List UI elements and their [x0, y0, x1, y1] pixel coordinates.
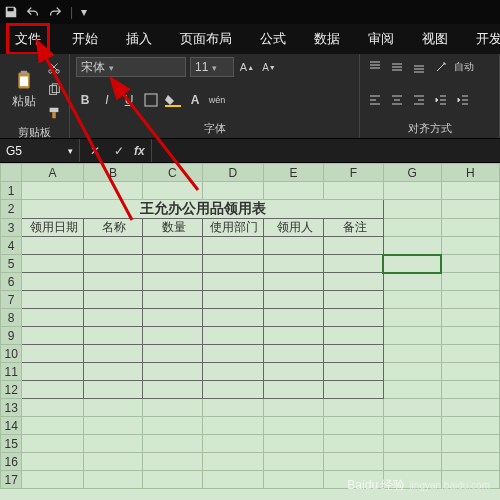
- cell[interactable]: [263, 291, 323, 309]
- indent-inc-icon[interactable]: [454, 90, 472, 110]
- cell[interactable]: [143, 417, 202, 435]
- col-header[interactable]: B: [83, 164, 142, 182]
- orientation-icon[interactable]: [432, 57, 450, 77]
- cell[interactable]: [202, 381, 263, 399]
- cell[interactable]: [22, 453, 83, 471]
- cell[interactable]: [263, 363, 323, 381]
- fx-icon[interactable]: fx: [134, 144, 145, 158]
- cell[interactable]: [263, 417, 323, 435]
- format-painter-icon[interactable]: [45, 103, 63, 123]
- align-bottom-icon[interactable]: [410, 57, 428, 77]
- cell[interactable]: 领用日期: [22, 219, 83, 237]
- name-box[interactable]: G5 ▾: [0, 139, 80, 162]
- menu-file[interactable]: 文件: [6, 23, 50, 55]
- paste-button[interactable]: 粘贴: [6, 70, 41, 110]
- cell[interactable]: [83, 182, 142, 200]
- cell[interactable]: [324, 291, 383, 309]
- col-header[interactable]: C: [143, 164, 202, 182]
- cell[interactable]: [202, 453, 263, 471]
- wrap-text-button[interactable]: 自动: [454, 57, 474, 77]
- cell[interactable]: [83, 435, 142, 453]
- phonetic-icon[interactable]: wén: [208, 90, 226, 110]
- align-right-icon[interactable]: [410, 90, 428, 110]
- cell[interactable]: 王允办公用品领用表: [22, 200, 383, 219]
- font-color-icon[interactable]: A: [186, 90, 204, 110]
- cell[interactable]: 领用人: [263, 219, 323, 237]
- row-header[interactable]: 16: [1, 453, 22, 471]
- cell[interactable]: [202, 345, 263, 363]
- cell[interactable]: [202, 182, 263, 200]
- menu-layout[interactable]: 页面布局: [174, 26, 238, 52]
- cell[interactable]: [143, 399, 202, 417]
- menu-formula[interactable]: 公式: [254, 26, 292, 52]
- col-header[interactable]: A: [22, 164, 83, 182]
- cell[interactable]: [83, 363, 142, 381]
- cell[interactable]: [83, 417, 142, 435]
- align-middle-icon[interactable]: [388, 57, 406, 77]
- cell[interactable]: [324, 381, 383, 399]
- save-icon[interactable]: [4, 5, 18, 19]
- copy-icon[interactable]: [45, 80, 63, 100]
- cell[interactable]: [143, 453, 202, 471]
- cell[interactable]: [83, 345, 142, 363]
- cell[interactable]: [324, 345, 383, 363]
- font-family-select[interactable]: 宋体: [76, 57, 186, 77]
- cell[interactable]: [202, 273, 263, 291]
- cancel-fx-icon[interactable]: ✕: [86, 141, 104, 161]
- menu-review[interactable]: 审阅: [362, 26, 400, 52]
- row-header[interactable]: 15: [1, 435, 22, 453]
- row-header[interactable]: 6: [1, 273, 22, 291]
- cell[interactable]: [324, 363, 383, 381]
- cell[interactable]: [83, 255, 142, 273]
- align-top-icon[interactable]: [366, 57, 384, 77]
- cell[interactable]: [441, 200, 499, 219]
- row-header[interactable]: 7: [1, 291, 22, 309]
- cell[interactable]: [83, 453, 142, 471]
- cell[interactable]: [143, 381, 202, 399]
- cell[interactable]: [383, 291, 441, 309]
- qat-customize-icon[interactable]: ▾: [81, 5, 87, 19]
- cell[interactable]: [383, 381, 441, 399]
- cell[interactable]: [202, 399, 263, 417]
- menu-data[interactable]: 数据: [308, 26, 346, 52]
- cell[interactable]: [441, 381, 499, 399]
- cell[interactable]: [22, 309, 83, 327]
- row-header[interactable]: 3: [1, 219, 22, 237]
- cell[interactable]: [263, 471, 323, 489]
- cell[interactable]: [441, 435, 499, 453]
- cell[interactable]: [441, 237, 499, 255]
- font-size-select[interactable]: 11: [190, 57, 234, 77]
- decrease-font-icon[interactable]: A▼: [260, 57, 278, 77]
- cell[interactable]: [324, 309, 383, 327]
- menu-home[interactable]: 开始: [66, 26, 104, 52]
- cell[interactable]: [441, 399, 499, 417]
- cell[interactable]: [22, 435, 83, 453]
- cell[interactable]: [383, 219, 441, 237]
- cell[interactable]: [263, 381, 323, 399]
- redo-icon[interactable]: [48, 5, 62, 19]
- cell[interactable]: [22, 345, 83, 363]
- cell[interactable]: [143, 255, 202, 273]
- cell[interactable]: [324, 237, 383, 255]
- cell[interactable]: [22, 255, 83, 273]
- indent-dec-icon[interactable]: [432, 90, 450, 110]
- cell[interactable]: [143, 345, 202, 363]
- cell[interactable]: [202, 435, 263, 453]
- cell[interactable]: [383, 345, 441, 363]
- cell[interactable]: [324, 435, 383, 453]
- cell[interactable]: [263, 182, 323, 200]
- italic-button[interactable]: I: [98, 90, 116, 110]
- row-header[interactable]: 13: [1, 399, 22, 417]
- cell[interactable]: [324, 327, 383, 345]
- col-header[interactable]: G: [383, 164, 441, 182]
- cell[interactable]: [441, 255, 499, 273]
- cell[interactable]: [441, 291, 499, 309]
- cell[interactable]: 数量: [143, 219, 202, 237]
- border-icon[interactable]: [142, 90, 160, 110]
- row-header[interactable]: 2: [1, 200, 22, 219]
- cell[interactable]: [143, 291, 202, 309]
- cell[interactable]: [263, 399, 323, 417]
- cell[interactable]: [441, 219, 499, 237]
- col-header[interactable]: F: [324, 164, 383, 182]
- cell[interactable]: [383, 363, 441, 381]
